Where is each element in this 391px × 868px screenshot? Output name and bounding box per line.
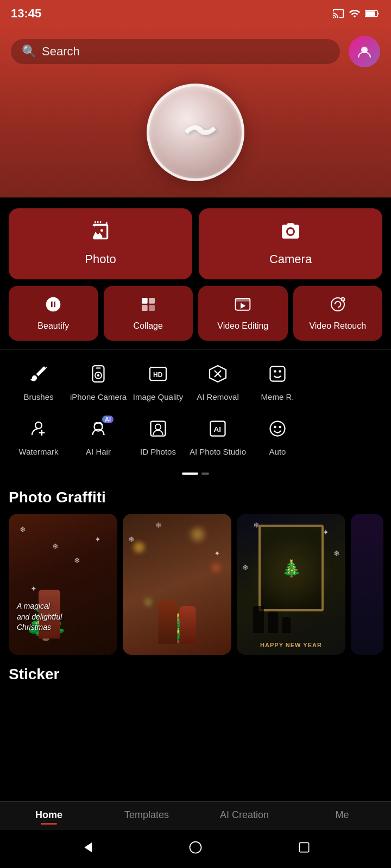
photo-text-1: A magicaland delightfulChristmas — [17, 601, 62, 633]
video-editing-label: Video Editing — [217, 321, 268, 331]
ai-hair-label: AI Hair — [86, 447, 111, 456]
search-placeholder: Search — [42, 44, 80, 59]
iphone-camera-label: iPhone Camera — [70, 392, 127, 401]
svg-text:HD: HD — [153, 371, 163, 379]
svg-point-36 — [274, 426, 276, 429]
bottom-nav: Home Templates AI Creation Me — [0, 801, 391, 868]
image-quality-icon: HD — [148, 364, 168, 388]
svg-text:✦: ✦ — [92, 222, 97, 228]
photo-card-3[interactable]: 🎄 HAPPY NEW YEAR ❄ ✦ — [237, 514, 345, 655]
tool-ai-removal[interactable]: AI Removal — [188, 361, 248, 405]
ai-photo-studio-icon: AI — [208, 419, 228, 443]
wifi-icon — [349, 8, 361, 20]
photo-card-2[interactable]: 🎄 ❄ ✦ — [123, 514, 231, 655]
svg-rect-40 — [299, 843, 308, 852]
search-icon: 🔍 — [22, 44, 36, 59]
svg-point-37 — [279, 426, 281, 429]
auto-icon — [268, 419, 287, 443]
cast-icon — [332, 8, 344, 20]
camera-button[interactable]: Camera — [199, 208, 382, 279]
sticker-section: Sticker — [0, 655, 391, 688]
main-buttons-row: ✦ ✦ Photo Camera — [0, 197, 391, 286]
tool-iphone-camera[interactable]: iPhone Camera — [68, 361, 128, 405]
svg-rect-10 — [236, 298, 250, 301]
nav-tabs: Home Templates AI Creation Me — [0, 802, 391, 830]
ai-removal-icon — [208, 364, 228, 388]
photo-card-1[interactable]: 🎄 A magicaland delightfulChristmas ❄ ✦ ❄… — [9, 514, 117, 655]
logo-area: 〜 — [11, 73, 380, 197]
scroll-dot-1 — [182, 473, 198, 475]
photo-card-inner-3: 🎄 HAPPY NEW YEAR ❄ ✦ — [237, 514, 345, 655]
svg-rect-5 — [142, 298, 148, 304]
tab-me[interactable]: Me — [310, 809, 375, 825]
avatar-icon — [356, 43, 373, 60]
tool-image-quality[interactable]: HD Image Quality — [128, 361, 188, 405]
svg-point-26 — [279, 370, 281, 373]
home-button[interactable] — [186, 838, 205, 857]
svg-rect-24 — [270, 367, 285, 381]
photo-grid: 🎄 A magicaland delightfulChristmas ❄ ✦ ❄… — [0, 514, 391, 655]
tab-home[interactable]: Home — [16, 809, 81, 825]
video-editing-button[interactable]: Video Editing — [198, 286, 288, 341]
tab-ai-creation[interactable]: AI Creation — [212, 809, 277, 825]
svg-point-35 — [270, 422, 285, 436]
svg-rect-8 — [149, 305, 155, 311]
svg-point-39 — [190, 842, 201, 853]
collage-icon — [140, 296, 157, 317]
meme-icon — [268, 364, 287, 388]
ai-photo-studio-label: AI Photo Studio — [190, 447, 246, 456]
watermark-label: Watermark — [19, 447, 59, 456]
tab-templates-label: Templates — [124, 809, 169, 821]
svg-text:✦: ✦ — [105, 221, 109, 226]
recents-button[interactable] — [294, 838, 314, 857]
svg-rect-1 — [365, 11, 375, 16]
collage-label: Collage — [134, 321, 163, 331]
photo-icon: ✦ ✦ — [90, 221, 111, 247]
photo-card-4[interactable] — [351, 514, 383, 655]
tool-ai-photo-studio[interactable]: AI AI Photo Studio — [188, 416, 248, 459]
iphone-camera-icon — [89, 364, 108, 388]
photo-card-inner-1: 🎄 A magicaland delightfulChristmas ❄ ✦ ❄… — [9, 514, 117, 655]
id-photos-icon — [148, 419, 168, 443]
tool-meme[interactable]: Meme R. — [248, 361, 307, 405]
secondary-buttons-row: Beautify Collage Video Edit — [0, 286, 391, 349]
back-button[interactable] — [77, 838, 97, 857]
id-photos-label: ID Photos — [140, 447, 176, 456]
tool-brushes[interactable]: Brushes — [9, 361, 68, 405]
svg-text:V: V — [342, 297, 344, 301]
main-content: ✦ ✦ Photo Camera Beautify — [0, 197, 391, 764]
tools-row-2: Watermark AI AI Hair — [0, 410, 391, 465]
tab-templates[interactable]: Templates — [114, 809, 179, 825]
tool-auto[interactable]: Auto — [248, 416, 307, 459]
tool-watermark[interactable]: Watermark — [9, 416, 68, 459]
svg-marker-38 — [84, 843, 92, 853]
tool-id-photos[interactable]: ID Photos — [128, 416, 188, 459]
video-retouch-icon: V — [329, 296, 346, 317]
beautify-icon — [45, 296, 62, 317]
svg-point-27 — [35, 422, 42, 429]
avatar-button[interactable] — [349, 36, 380, 67]
photo-graffiti-section: Photo Graffiti 🎄 A magicaland delightful… — [0, 483, 391, 655]
tools-row-1: Brushes iPhone Camera HD — [0, 355, 391, 410]
photo-button[interactable]: ✦ ✦ Photo — [9, 208, 192, 279]
collage-button[interactable]: Collage — [104, 286, 193, 341]
video-editing-icon — [234, 296, 251, 317]
tool-ai-hair[interactable]: AI AI Hair — [68, 416, 128, 459]
beautify-button[interactable]: Beautify — [9, 286, 98, 341]
svg-marker-11 — [241, 303, 245, 309]
auto-label: Auto — [269, 447, 286, 456]
header-area: 🔍 Search 〜 — [0, 27, 391, 197]
watermark-icon — [29, 419, 48, 443]
beautify-label: Beautify — [37, 321, 69, 331]
scroll-dot-2 — [201, 473, 209, 475]
logo-symbol: 〜 — [180, 111, 211, 155]
brushes-label: Brushes — [23, 392, 53, 401]
tab-ai-creation-label: AI Creation — [220, 809, 269, 821]
battery-icon — [365, 8, 380, 20]
tab-home-underline — [41, 823, 57, 825]
camera-icon — [280, 221, 301, 247]
system-nav — [0, 830, 391, 868]
video-retouch-button[interactable]: V Video Retouch — [293, 286, 383, 341]
status-time: 13:45 — [11, 7, 41, 21]
search-bar[interactable]: 🔍 Search — [11, 39, 340, 64]
